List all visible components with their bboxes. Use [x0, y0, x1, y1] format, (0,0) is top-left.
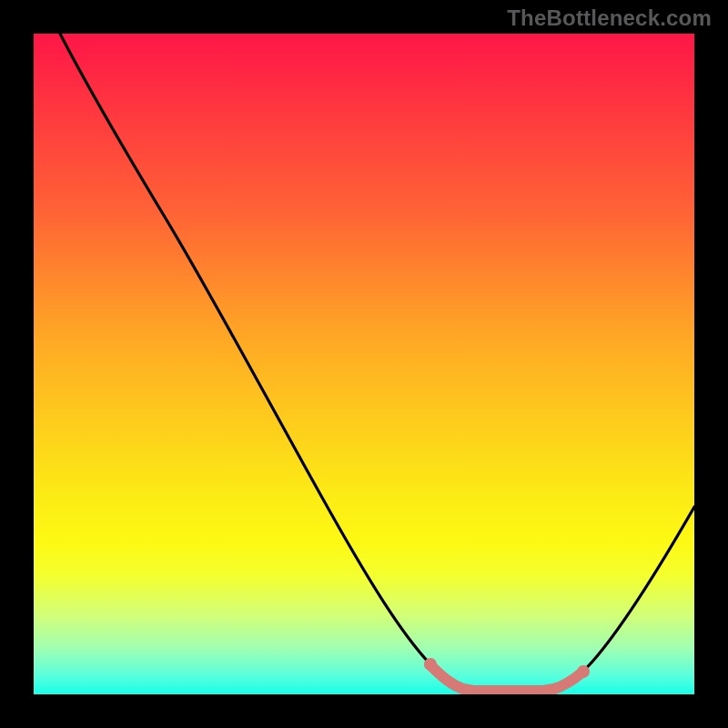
plot-area — [34, 34, 694, 694]
highlight-end-dot — [577, 665, 590, 678]
watermark-text: TheBottleneck.com — [507, 5, 712, 31]
highlight-segment — [430, 664, 583, 691]
chart-container: TheBottleneck.com — [0, 0, 728, 728]
bottleneck-curve — [60, 34, 694, 691]
highlight-start-dot — [424, 658, 437, 671]
curve-svg — [34, 34, 694, 694]
